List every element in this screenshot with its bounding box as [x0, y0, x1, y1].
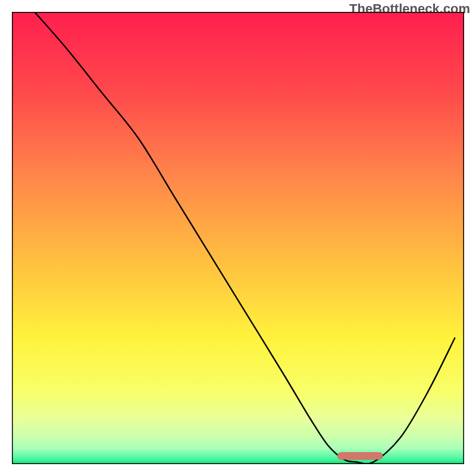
chart-stage: TheBottleneck.com — [0, 0, 476, 476]
gradient-fill — [12, 12, 464, 464]
chart-svg — [12, 12, 464, 464]
optimal-marker-pill — [337, 452, 383, 459]
